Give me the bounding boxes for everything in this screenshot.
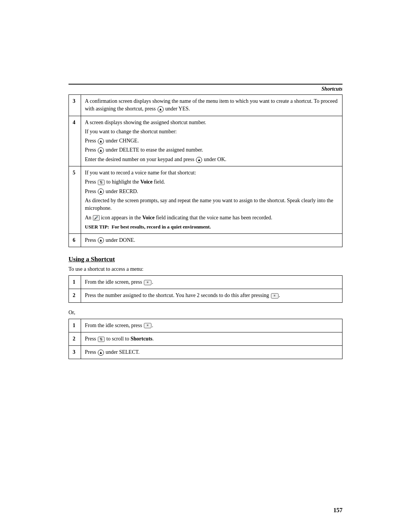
step-line: Press ▲ under RECRD. (85, 188, 338, 195)
step-content: Press ⇅ to scroll to Shortcuts. (81, 332, 342, 345)
menu-icon: ≡ (144, 323, 151, 328)
table-row: 2 Press ⇅ to scroll to Shortcuts. (69, 332, 342, 345)
intro-text: To use a shortcut to access a menu: (68, 266, 342, 272)
scroll-icon: ⇅ (98, 180, 105, 185)
button-icon: ▲ (98, 147, 104, 153)
step-number: 1 (69, 276, 81, 289)
button-icon: ▲ (158, 106, 164, 112)
step-content: A screen displays showing the assigned s… (81, 116, 342, 166)
step-number: 5 (69, 166, 81, 234)
page: Shortcuts 3 A confirmation screen displa… (0, 0, 411, 532)
user-tip: USER TIP: For best results, record in a … (85, 224, 338, 231)
section-heading: Using a Shortcut (68, 256, 342, 263)
button-icon: ▲ (196, 157, 202, 163)
step-number: 4 (69, 116, 81, 166)
step-content: Press the number assigned to the shortcu… (81, 289, 342, 302)
button-icon: ▲ (98, 237, 104, 243)
step-line: A screen displays showing the assigned s… (85, 119, 338, 126)
microphone-icon: 🎤 (93, 215, 100, 220)
step-content: If you want to record a voice name for t… (81, 166, 342, 234)
step-content: From the idle screen, press ≡. (81, 319, 342, 332)
scroll-icon: ⇅ (98, 337, 105, 342)
button-icon: ▲ (98, 189, 104, 195)
section-header: Shortcuts (68, 84, 342, 92)
table-row: 3 A confirmation screen displays showing… (69, 95, 342, 116)
step-number: 3 (69, 95, 81, 116)
step-line: Press ▲ under DELETE to erase the assign… (85, 146, 338, 154)
step-number: 2 (69, 332, 81, 345)
main-steps-table: 3 A confirmation screen displays showing… (68, 94, 342, 247)
or-text: Or, (68, 310, 342, 316)
table-row: 2 Press the number assigned to the short… (69, 289, 342, 302)
step-line: As directed by the screen prompts, say a… (85, 197, 338, 212)
step-line: Enter the desired number on your keypad … (85, 156, 338, 163)
step-content: A confirmation screen displays showing t… (81, 95, 342, 116)
content-area: Shortcuts 3 A confirmation screen displa… (68, 0, 342, 396)
button-icon: ▲ (98, 350, 104, 356)
table-row: 1 From the idle screen, press ≡. (69, 319, 342, 332)
step-line: If you want to record a voice name for t… (85, 169, 338, 177)
step-line: Press ⇅ to highlight the Voice field. (85, 178, 338, 186)
table-row: 6 Press ▲ under DONE. (69, 233, 342, 247)
step-content: From the idle screen, press ≡. (81, 276, 342, 289)
step-number: 1 (69, 319, 81, 332)
step-number: 6 (69, 233, 81, 247)
menu-icon: ≡ (271, 293, 279, 299)
bold-word: Voice (140, 179, 153, 185)
table-row: 3 Press ▲ under SELECT. (69, 346, 342, 359)
step-content: Press ▲ under SELECT. (81, 346, 342, 359)
button-icon: ▲ (98, 138, 104, 144)
step-line: If you want to change the shortcut numbe… (85, 128, 338, 136)
step-line: An 🎤 icon appears in the Voice field ind… (85, 214, 338, 222)
table-row: 5 If you want to record a voice name for… (69, 166, 342, 234)
page-number: 157 (333, 507, 342, 514)
shortcut-table-1: 1 From the idle screen, press ≡. 2 Press… (68, 275, 342, 303)
menu-icon: ≡ (144, 280, 151, 285)
table-row: 4 A screen displays showing the assigned… (69, 116, 342, 166)
table-row: 1 From the idle screen, press ≡. (69, 276, 342, 289)
step-number: 3 (69, 346, 81, 359)
shortcut-table-2: 1 From the idle screen, press ≡. 2 Press… (68, 319, 342, 359)
step-line: Press ▲ under CHNGE. (85, 137, 338, 145)
section-title: Shortcuts (322, 86, 342, 92)
step-content: Press ▲ under DONE. (81, 233, 342, 247)
bold-word: Shortcuts (131, 336, 153, 342)
bold-word: Voice (142, 215, 155, 220)
step-number: 2 (69, 289, 81, 302)
